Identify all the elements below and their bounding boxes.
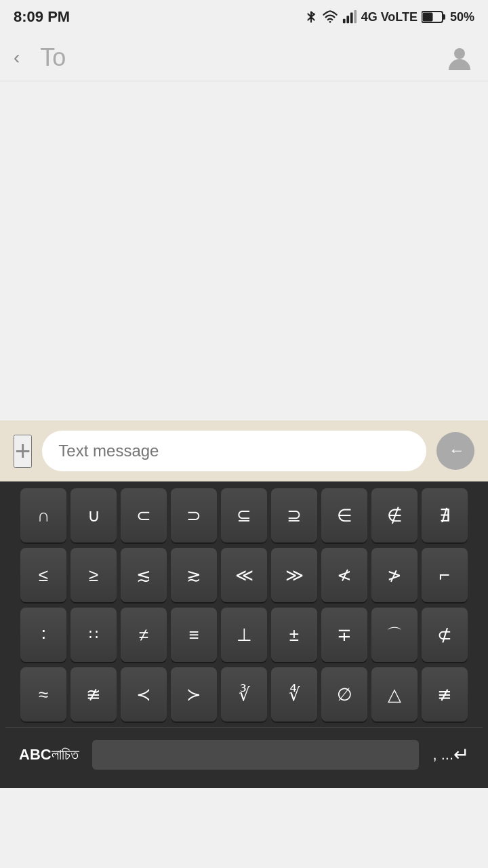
key-prec[interactable]: ≺ [121,667,167,722]
keyboard-row-4: ≈ ≇ ≺ ≻ ∛ ∜ ∅ △ ≢ [5,667,483,722]
svg-rect-1 [343,19,346,23]
key-union[interactable]: ∪ [70,488,117,542]
network-label: 4G VoLTE [361,10,418,24]
key-subset[interactable]: ⊂ [121,488,167,542]
key-nequiv[interactable]: ≢ [422,667,468,722]
svg-rect-6 [443,14,445,20]
message-input[interactable] [42,431,426,471]
contact-icon[interactable] [445,43,474,73]
key-cbrt[interactable]: ∛ [221,667,267,722]
keyboard-row-1: ∩ ∪ ⊂ ⊃ ⊆ ⊇ ∈ ∉ ∄ [5,488,483,542]
svg-point-8 [454,48,465,59]
key-lhook[interactable]: ⌐ [422,548,468,602]
key-element[interactable]: ∈ [321,488,367,542]
key-gtrsim[interactable]: ≳ [171,548,217,602]
key-superset[interactable]: ⊃ [171,488,217,542]
key-superseteq[interactable]: ⊇ [271,488,317,542]
add-button[interactable]: + [14,435,32,468]
status-icons: 4G VoLTE 50% [304,9,474,24]
status-time: 8:09 PM [14,8,70,26]
key-arc[interactable]: ⌒ [371,608,418,662]
key-ratio[interactable]: ∶ [20,608,66,662]
enter-button[interactable]: ↵ [453,743,469,766]
key-llangle[interactable]: ≪ [221,548,267,602]
key-fourthrt[interactable]: ∜ [271,667,317,722]
to-label: To [20,43,445,72]
key-triangle[interactable]: △ [371,667,418,722]
key-rrangle[interactable]: ≫ [271,548,317,602]
signal-icon [342,9,357,24]
header-bar: ‹ To [0,34,488,81]
key-approx[interactable]: ≈ [20,667,66,722]
key-notsubset[interactable]: ⊄ [422,608,468,662]
key-ncong[interactable]: ≇ [70,667,117,722]
abc-button[interactable]: ABC [19,746,52,764]
send-icon: ↑ [446,447,465,455]
status-bar: 8:09 PM 4G VoLTE 50% [0,0,488,34]
svg-point-0 [329,21,331,23]
key-pm[interactable]: ± [271,608,317,662]
message-area [0,81,488,420]
key-lesssim[interactable]: ≲ [121,548,167,602]
key-nless[interactable]: ≮ [321,548,367,602]
svg-rect-4 [354,10,357,23]
battery-icon [422,10,446,24]
send-button[interactable]: ↑ [436,432,474,470]
wifi-icon [322,9,338,24]
svg-rect-2 [346,16,349,23]
key-equiv[interactable]: ≡ [171,608,217,662]
battery-percent: 50% [450,10,474,24]
key-ngtr[interactable]: ≯ [371,548,418,602]
key-subseteq[interactable]: ⊆ [221,488,267,542]
key-not-exist[interactable]: ∄ [422,488,468,542]
key-perp[interactable]: ⊥ [221,608,267,662]
keyboard: ∩ ∪ ⊂ ⊃ ⊆ ⊇ ∈ ∉ ∄ ≤ ≥ ≲ ≳ ≪ ≫ ≮ ≯ ⌐ ∶ ∷ … [0,481,488,788]
keyboard-row-3: ∶ ∷ ≠ ≡ ⊥ ± ∓ ⌒ ⊄ [5,608,483,662]
keyboard-row-2: ≤ ≥ ≲ ≳ ≪ ≫ ≮ ≯ ⌐ [5,548,483,602]
key-neq[interactable]: ≠ [121,608,167,662]
key-succ[interactable]: ≻ [171,667,217,722]
back-button[interactable]: ‹ [14,47,20,68]
key-emptyset[interactable]: ∅ [321,667,367,722]
key-not-element[interactable]: ∉ [371,488,418,542]
input-bar: + ↑ [0,420,488,481]
svg-rect-3 [350,13,353,24]
svg-rect-7 [422,13,432,22]
keyboard-toolbar: ABC লাচিত , ... ↵ [5,727,483,781]
space-key[interactable] [92,740,420,770]
key-leq[interactable]: ≤ [20,548,66,602]
key-proportion[interactable]: ∷ [70,608,117,662]
key-intersection[interactable]: ∩ [20,488,66,542]
key-mp[interactable]: ∓ [321,608,367,662]
more-button[interactable]: , ... [432,746,453,764]
key-geq[interactable]: ≥ [70,548,117,602]
bluetooth-icon [304,9,318,24]
lang-button[interactable]: লাচিত [52,746,79,764]
